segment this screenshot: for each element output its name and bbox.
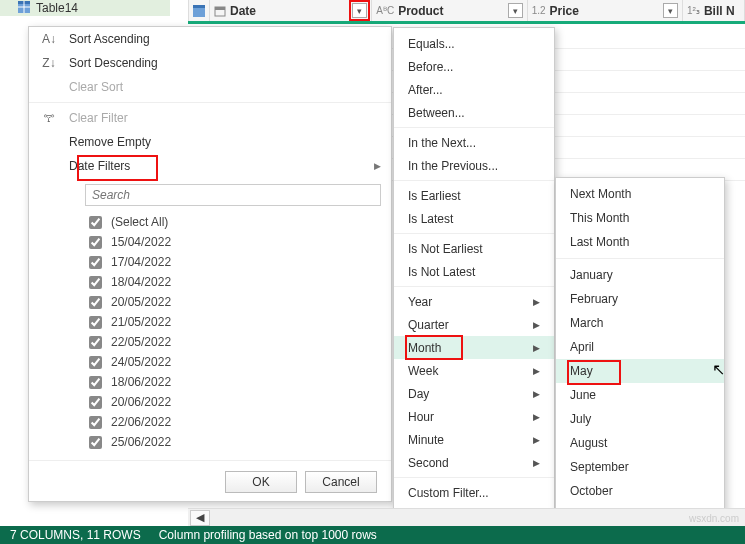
month-next-month[interactable]: Next Month bbox=[556, 182, 724, 206]
chevron-right-icon: ▶ bbox=[533, 435, 540, 445]
month-march[interactable]: March bbox=[556, 311, 724, 335]
sort-desc-icon: Z↓ bbox=[39, 56, 59, 70]
checkbox[interactable] bbox=[89, 436, 102, 449]
filter-checkbox-item[interactable]: 17/04/2022 bbox=[85, 252, 381, 272]
month-august[interactable]: August bbox=[556, 431, 724, 455]
horizontal-scrollbar[interactable]: ◀ bbox=[188, 508, 745, 526]
month-september[interactable]: September bbox=[556, 455, 724, 479]
filter-checkbox-item[interactable]: 22/06/2022 bbox=[85, 412, 381, 432]
checkbox[interactable] bbox=[89, 236, 102, 249]
ok-button[interactable]: OK bbox=[225, 471, 297, 493]
date-filter-week[interactable]: Week▶ bbox=[394, 359, 554, 382]
column-date[interactable]: Date ▾ bbox=[210, 0, 372, 21]
checkbox[interactable] bbox=[89, 336, 102, 349]
column-product-dropdown[interactable]: ▾ bbox=[508, 3, 523, 18]
filter-checkbox-item[interactable]: 18/06/2022 bbox=[85, 372, 381, 392]
chevron-right-icon: ▶ bbox=[533, 366, 540, 376]
cancel-button[interactable]: Cancel bbox=[305, 471, 377, 493]
filter-value-label: 17/04/2022 bbox=[111, 255, 171, 269]
column-price[interactable]: 1.2 Price ▾ bbox=[528, 0, 683, 21]
date-filter-month[interactable]: Month▶ bbox=[394, 336, 554, 359]
filter-value-list: (Select All)15/04/202217/04/202218/04/20… bbox=[29, 210, 391, 454]
column-product-label: Product bbox=[398, 4, 443, 18]
rownum-header[interactable] bbox=[188, 0, 210, 21]
scroll-left-button[interactable]: ◀ bbox=[190, 510, 210, 526]
checkbox[interactable] bbox=[89, 216, 102, 229]
checkbox[interactable] bbox=[89, 316, 102, 329]
filter-checkbox-item[interactable]: 24/05/2022 bbox=[85, 352, 381, 372]
date-filter-is-not-latest[interactable]: Is Not Latest bbox=[394, 260, 554, 283]
month-april[interactable]: April bbox=[556, 335, 724, 359]
status-bar: 7 COLUMNS, 11 ROWS Column profiling base… bbox=[0, 526, 745, 544]
checkbox[interactable] bbox=[89, 276, 102, 289]
date-filter-in-the-next[interactable]: In the Next... bbox=[394, 131, 554, 154]
checkbox[interactable] bbox=[89, 416, 102, 429]
date-filter-equals[interactable]: Equals... bbox=[394, 32, 554, 55]
filter-value-label: 18/04/2022 bbox=[111, 275, 171, 289]
date-filter-in-the-previous[interactable]: In the Previous... bbox=[394, 154, 554, 177]
watermark: wsxdn.com bbox=[689, 513, 739, 524]
month-february[interactable]: February bbox=[556, 287, 724, 311]
sort-descending[interactable]: Z↓ Sort Descending bbox=[29, 51, 391, 75]
date-filter-custom-filter[interactable]: Custom Filter... bbox=[394, 481, 554, 504]
date-filter-year[interactable]: Year▶ bbox=[394, 290, 554, 313]
date-filter-after[interactable]: After... bbox=[394, 78, 554, 101]
checkbox[interactable] bbox=[89, 256, 102, 269]
month-october[interactable]: October bbox=[556, 479, 724, 503]
menu-separator bbox=[394, 477, 554, 478]
month-last-month[interactable]: Last Month bbox=[556, 230, 724, 254]
filter-value-label: 22/06/2022 bbox=[111, 415, 171, 429]
month-this-month[interactable]: This Month bbox=[556, 206, 724, 230]
date-filter-second[interactable]: Second▶ bbox=[394, 451, 554, 474]
clear-sort: Clear Sort bbox=[29, 75, 391, 99]
filter-value-label: 21/05/2022 bbox=[111, 315, 171, 329]
menu-separator bbox=[394, 233, 554, 234]
filter-checkbox-item[interactable]: 20/06/2022 bbox=[85, 392, 381, 412]
month-january[interactable]: January bbox=[556, 263, 724, 287]
filter-checkbox-item[interactable]: 15/04/2022 bbox=[85, 232, 381, 252]
search-input[interactable] bbox=[85, 184, 381, 206]
date-filter-minute[interactable]: Minute▶ bbox=[394, 428, 554, 451]
date-filter-day[interactable]: Day▶ bbox=[394, 382, 554, 405]
column-date-dropdown[interactable]: ▾ bbox=[352, 3, 367, 18]
checkbox[interactable] bbox=[89, 356, 102, 369]
column-date-label: Date bbox=[230, 4, 256, 18]
sort-ascending[interactable]: A↓ Sort Ascending bbox=[29, 27, 391, 51]
text-type-icon: AᴮC bbox=[376, 5, 394, 16]
filter-value-label: (Select All) bbox=[111, 215, 168, 229]
filter-checkbox-item[interactable]: 20/05/2022 bbox=[85, 292, 381, 312]
chevron-right-icon: ▶ bbox=[533, 389, 540, 399]
date-filter-is-earliest[interactable]: Is Earliest bbox=[394, 184, 554, 207]
date-filter-is-not-earliest[interactable]: Is Not Earliest bbox=[394, 237, 554, 260]
sort-asc-icon: A↓ bbox=[39, 32, 59, 46]
query-name: Table14 bbox=[36, 1, 78, 15]
status-profiling: Column profiling based on top 1000 rows bbox=[159, 528, 377, 542]
chevron-right-icon: ▶ bbox=[533, 343, 540, 353]
column-price-dropdown[interactable]: ▾ bbox=[663, 3, 678, 18]
filter-checkbox-item[interactable]: 25/06/2022 bbox=[85, 432, 381, 452]
date-filter-quarter[interactable]: Quarter▶ bbox=[394, 313, 554, 336]
checkbox[interactable] bbox=[89, 296, 102, 309]
checkbox[interactable] bbox=[89, 396, 102, 409]
filter-checkbox-item[interactable]: 21/05/2022 bbox=[85, 312, 381, 332]
clear-filter: 🝖 Clear Filter bbox=[29, 106, 391, 130]
month-june[interactable]: June bbox=[556, 383, 724, 407]
month-may[interactable]: May bbox=[556, 359, 724, 383]
sort-filter-menu: A↓ Sort Ascending Z↓ Sort Descending Cle… bbox=[28, 26, 392, 502]
date-filter-before[interactable]: Before... bbox=[394, 55, 554, 78]
remove-empty[interactable]: Remove Empty bbox=[29, 130, 391, 154]
month-july[interactable]: July bbox=[556, 407, 724, 431]
date-filter-is-latest[interactable]: Is Latest bbox=[394, 207, 554, 230]
date-filters[interactable]: Date Filters ▶ bbox=[29, 154, 391, 178]
menu-separator bbox=[29, 102, 391, 103]
column-product[interactable]: AᴮC Product ▾ bbox=[372, 0, 527, 21]
filter-checkbox-item[interactable]: (Select All) bbox=[85, 212, 381, 232]
filter-checkbox-item[interactable]: 18/04/2022 bbox=[85, 272, 381, 292]
date-filter-hour[interactable]: Hour▶ bbox=[394, 405, 554, 428]
checkbox[interactable] bbox=[89, 376, 102, 389]
column-billn[interactable]: 1²₃ Bill N bbox=[683, 0, 745, 21]
date-filter-between[interactable]: Between... bbox=[394, 101, 554, 124]
filter-checkbox-item[interactable]: 22/05/2022 bbox=[85, 332, 381, 352]
status-columns-rows: 7 COLUMNS, 11 ROWS bbox=[10, 528, 141, 542]
query-tab[interactable]: Table14 bbox=[0, 0, 170, 16]
